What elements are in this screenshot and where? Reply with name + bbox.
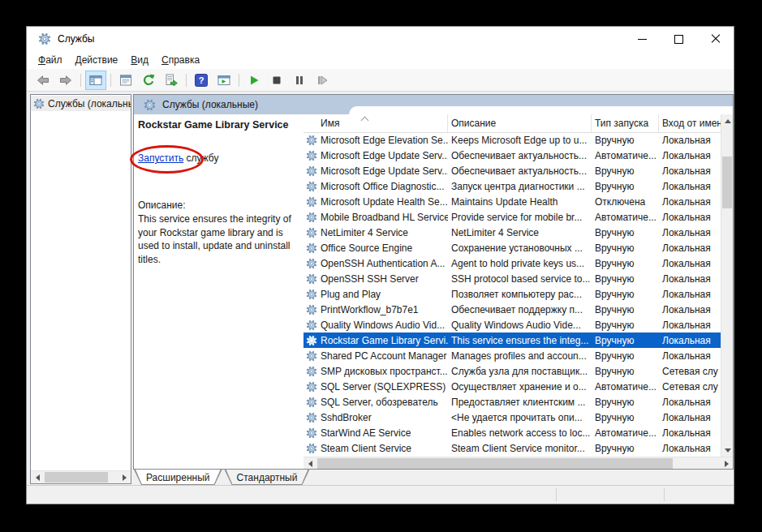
- service-row[interactable]: SQL Server (SQLEXPRESS) Осуществляет хра…: [304, 379, 721, 394]
- menu-action[interactable]: Действие: [69, 53, 125, 67]
- service-logon-as: Локальная: [659, 227, 721, 238]
- toolbar-show-action-pane-button[interactable]: [213, 71, 235, 90]
- scroll-right-arrow[interactable]: [720, 457, 733, 469]
- services-main-panel: Службы (локальные) Rockstar Game Library…: [133, 94, 734, 470]
- console-tree-panel: Службы (локальные): [30, 94, 131, 484]
- service-name: SQL Server, обозреватель: [321, 397, 438, 408]
- list-vertical-scrollbar[interactable]: [721, 114, 733, 457]
- service-startup-type: Автоматиче...: [592, 381, 659, 393]
- toolbar-forward-arrow-button[interactable]: [55, 71, 76, 90]
- service-row[interactable]: SMP дисковых пространст... Служба узла д…: [304, 363, 721, 379]
- service-logon-as: Локальная: [659, 273, 721, 285]
- scroll-up-arrow[interactable]: [721, 114, 733, 127]
- toolbar-back-arrow-button[interactable]: [32, 71, 54, 90]
- service-description: Enables network access to loc...: [448, 427, 592, 439]
- service-row[interactable]: OpenSSH SSH Server SSH protocol based se…: [304, 271, 721, 286]
- service-gear-icon: [306, 289, 317, 300]
- service-name: Plug and Play: [321, 289, 381, 300]
- column-header-description[interactable]: Описание: [448, 114, 592, 132]
- service-row[interactable]: Rockstar Game Library Servi... This serv…: [304, 332, 721, 348]
- tree-item-label: Службы (локальные): [48, 98, 131, 109]
- service-row[interactable]: Shared PC Account Manager Manages profil…: [304, 348, 721, 363]
- service-row[interactable]: Microsoft Update Health Se... Maintains …: [304, 194, 721, 209]
- maximize-icon: [674, 35, 683, 44]
- service-logon-as: Локальная: [659, 397, 721, 408]
- toolbar-properties-button[interactable]: [115, 71, 136, 90]
- toolbar-start-service-button[interactable]: [243, 71, 265, 90]
- service-description: This service ensures the integ...: [448, 335, 592, 346]
- service-row[interactable]: Steam Client Service Steam Client Servic…: [304, 440, 721, 456]
- scroll-right-arrow[interactable]: [118, 471, 131, 483]
- service-startup-type: Вручную: [592, 227, 659, 238]
- scroll-left-arrow[interactable]: [304, 457, 316, 469]
- service-name: Shared PC Account Manager: [321, 350, 446, 362]
- service-logon-as: Локальная: [659, 165, 721, 177]
- service-name: Microsoft Edge Update Serv...: [321, 150, 448, 161]
- service-row[interactable]: Microsoft Edge Update Serv... Обеспечива…: [304, 163, 721, 178]
- service-logon-as: Локальная: [659, 242, 721, 254]
- service-row[interactable]: Microsoft Office Diagnostic... Запуск це…: [304, 178, 721, 194]
- service-description: Agent to hold private keys us...: [448, 258, 592, 269]
- service-logon-as: Локальная: [659, 289, 721, 300]
- start-service-link[interactable]: Запустить: [138, 152, 183, 164]
- panel-header-title: Службы (локальные): [162, 99, 258, 110]
- toolbar-pause-service-button[interactable]: [289, 71, 310, 90]
- service-startup-type: Отключена: [592, 196, 659, 208]
- service-gear-icon: [306, 273, 317, 285]
- tree-item-services[interactable]: Службы (локальные): [31, 96, 131, 111]
- toolbar-restart-service-button[interactable]: [312, 71, 333, 90]
- service-row[interactable]: Microsoft Edge Update Serv... Обеспечива…: [304, 148, 721, 163]
- description-text: This service ensures the integrity of yo…: [138, 212, 297, 266]
- tab-standard[interactable]: Стандартный: [225, 470, 310, 485]
- column-header-startup-type[interactable]: Тип запуска: [592, 114, 659, 132]
- list-header: Имя Описание Тип запуска Вход от имени: [304, 114, 721, 133]
- service-name: Microsoft Edge Update Serv...: [321, 165, 448, 177]
- toolbar-show-console-tree-button[interactable]: [85, 71, 106, 90]
- services-node-icon: [33, 98, 45, 109]
- services-window: Службы Файл Действие Вид Справка ? Служб…: [26, 26, 734, 504]
- service-row[interactable]: Quality Windows Audio Vid... Quality Win…: [304, 317, 721, 332]
- toolbar-help-button[interactable]: ?: [191, 71, 212, 90]
- service-name: SMP дисковых пространст...: [321, 366, 448, 377]
- toolbar-refresh-button[interactable]: [138, 71, 159, 90]
- service-name: StarWind AE Service: [321, 427, 411, 439]
- toolbar: ?: [27, 69, 734, 92]
- minimize-button[interactable]: [624, 27, 661, 51]
- service-name: Microsoft Office Diagnostic...: [321, 181, 445, 192]
- close-button[interactable]: [697, 27, 734, 51]
- service-row[interactable]: Microsoft Edge Elevation Se... Keeps Mic…: [304, 132, 721, 148]
- scroll-left-arrow[interactable]: [31, 471, 44, 483]
- toolbar-stop-service-button[interactable]: [266, 71, 287, 90]
- service-row[interactable]: NetLimiter 4 Service NetLimiter 4 Servic…: [304, 225, 721, 240]
- horizontal-scroll-thumb[interactable]: [317, 458, 673, 469]
- service-gear-icon: [306, 135, 317, 146]
- toolbar-export-list-button[interactable]: [161, 71, 182, 90]
- service-row[interactable]: SQL Server, обозреватель Предоставляет к…: [304, 394, 721, 410]
- service-row[interactable]: PrintWorkflow_b7b7e1 Обеспечивает поддер…: [304, 302, 721, 317]
- column-header-logon-as[interactable]: Вход от имени: [659, 114, 721, 132]
- vertical-scroll-thumb[interactable]: [722, 157, 732, 208]
- list-horizontal-scrollbar[interactable]: [304, 457, 733, 469]
- service-logon-as: Локальная: [659, 412, 721, 423]
- service-row[interactable]: Mobile Broadband HL Service Provide serv…: [304, 209, 721, 225]
- service-row[interactable]: StarWind AE Service Enables network acce…: [304, 425, 721, 440]
- menu-file[interactable]: Файл: [32, 53, 69, 67]
- close-icon: [711, 34, 721, 44]
- service-row[interactable]: OpenSSH Authentication A... Agent to hol…: [304, 255, 721, 271]
- scroll-down-arrow[interactable]: [721, 444, 733, 457]
- menu-bar: Файл Действие Вид Справка: [27, 51, 734, 69]
- console-content: Службы (локальные) Службы (локальные) Ro…: [27, 92, 734, 486]
- tree-scroll-thumb[interactable]: [45, 472, 108, 483]
- service-description: Steam Client Service monitor...: [448, 443, 592, 454]
- service-row[interactable]: Plug and Play Позволяет компьютеру рас..…: [304, 286, 721, 302]
- tree-horizontal-scrollbar[interactable]: [31, 470, 131, 483]
- maximize-button[interactable]: [661, 27, 697, 51]
- column-header-name[interactable]: Имя: [304, 114, 448, 132]
- menu-view[interactable]: Вид: [124, 53, 155, 67]
- tab-extended[interactable]: Расширенный: [134, 470, 222, 485]
- service-row[interactable]: SshdBroker <Не удается прочитать опи... …: [304, 410, 721, 425]
- menu-help[interactable]: Справка: [155, 53, 206, 67]
- service-startup-type: Вручную: [592, 258, 659, 269]
- service-description: Запуск центра диагностики ...: [448, 181, 592, 192]
- service-row[interactable]: Office Source Engine Сохранение установо…: [304, 240, 721, 255]
